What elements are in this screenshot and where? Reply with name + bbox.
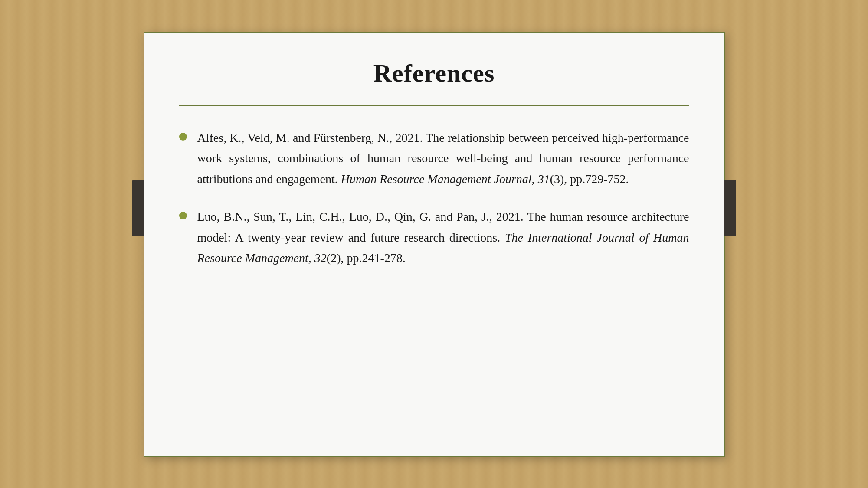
ref1-normal3: (3), pp.729-752. [550, 172, 629, 186]
tab-right [724, 180, 736, 236]
ref2-italic2: 32 [314, 251, 327, 265]
bullet-dot [179, 212, 187, 219]
bullet-dot [179, 133, 187, 141]
reference-text: Luo, B.N., Sun, T., Lin, C.H., Luo, D., … [197, 206, 689, 269]
ref2-normal2: , [308, 251, 314, 265]
divider [179, 105, 689, 106]
list-item: Alfes, K., Veld, M. and Fürstenberg, N.,… [179, 128, 689, 190]
slide-title: References [179, 59, 689, 88]
references-list: Alfes, K., Veld, M. and Fürstenberg, N.,… [179, 128, 689, 269]
slide: References Alfes, K., Veld, M. and Fürst… [144, 32, 725, 457]
tab-left [132, 180, 144, 236]
list-item: Luo, B.N., Sun, T., Lin, C.H., Luo, D., … [179, 206, 689, 269]
reference-text: Alfes, K., Veld, M. and Fürstenberg, N.,… [197, 128, 689, 190]
ref1-normal2: , [532, 172, 538, 186]
ref1-italic1: Human Resource Management Journal [341, 172, 532, 186]
ref1-italic2: 31 [538, 172, 550, 186]
ref2-normal3: (2), pp.241-278. [327, 251, 406, 265]
